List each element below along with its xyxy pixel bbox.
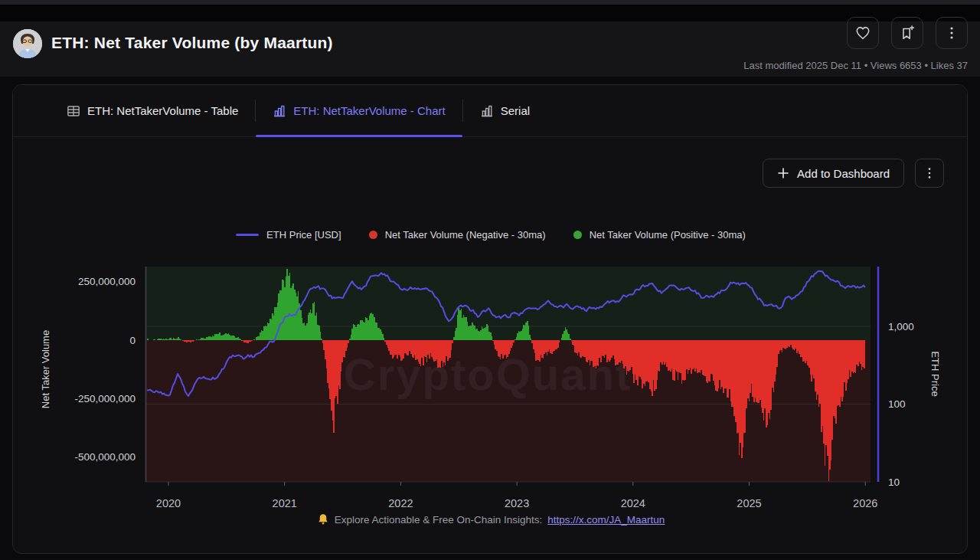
tab-table-label: ETH: NetTakerVolume - Table [87,104,238,117]
left-axis-tick: -250,000,000 [74,393,136,404]
x-axis-tick: 2023 [505,497,529,509]
chart-card: CryptoQuant250,000,0000-250,000,000-500,… [12,84,968,554]
left-axis-tick: 0 [129,335,136,346]
bookmark-button[interactable] [891,17,923,49]
heart-icon [854,25,871,41]
bell-icon [317,513,329,526]
legend-swatch [236,234,259,236]
bookmark-plus-icon [899,25,916,41]
more-options-button[interactable] [936,17,968,49]
cryptoquant-page: ETH: Net Taker Volume (by Maartun) Last … [0,0,980,560]
top-strip-dark [0,5,980,21]
chart-footnote: Explore Actionable & Free On-Chain Insig… [13,513,968,526]
legend-swatch [369,231,377,239]
meta-info: Last modified 2025 Dec 11 • Views 6653 •… [743,60,968,71]
footnote-text: Explore Actionable & Free On-Chain Insig… [335,514,543,526]
legend-label: Net Taker Volume (Negative - 30ma) [385,229,546,241]
like-button[interactable] [847,17,879,49]
right-axis-tick: 100 [888,398,906,410]
left-axis-title: Net Taker Volume [40,330,51,408]
tab-bar: ETH: NetTakerVolume - Table ETH: NetTake… [13,85,967,137]
right-axis-tick: 1,000 [888,321,914,332]
chart-legend: ETH Price [USD]Net Taker Volume (Negativ… [13,229,968,241]
legend-swatch [573,231,582,239]
tab-table[interactable]: ETH: NetTakerVolume - Table [50,85,255,136]
author-avatar[interactable] [13,29,42,58]
tab-serial-label: Serial [501,104,530,117]
header-actions [847,17,968,49]
plus-icon [777,167,789,179]
chart-canvas[interactable]: CryptoQuant250,000,0000-250,000,000-500,… [13,85,968,554]
table-icon [67,104,80,118]
footnote-link[interactable]: https://x.com/JA_Maartun [547,514,665,526]
bar-chart-icon [273,104,286,118]
avatar-illustration [13,29,42,58]
legend-item-2[interactable]: Net Taker Volume (Positive - 30ma) [573,229,746,241]
right-axis-title: ETH Price [929,351,941,396]
page-title: ETH: Net Taker Volume (by Maartun) [51,34,333,52]
tab-chart[interactable]: ETH: NetTakerVolume - Chart [256,85,462,136]
legend-label: ETH Price [USD] [266,229,341,241]
x-axis-tick: 2021 [273,497,297,509]
x-axis-tick: 2022 [388,497,413,509]
x-axis-tick: 2024 [621,497,645,509]
x-axis-tick: 2026 [853,497,877,509]
chart-toolbar: Add to Dashboard [763,159,944,188]
chart-options-button[interactable] [915,159,944,188]
tab-chart-label: ETH: NetTakerVolume - Chart [293,104,445,117]
kebab-menu-icon [943,25,960,41]
x-axis-tick: 2025 [737,497,761,509]
plot-bg-positive [146,267,871,340]
right-axis-tick: 10 [888,476,900,488]
legend-label: Net Taker Volume (Positive - 30ma) [590,229,746,241]
add-to-dashboard-button[interactable]: Add to Dashboard [763,159,904,188]
add-to-dashboard-label: Add to Dashboard [797,167,890,180]
page-header: ETH: Net Taker Volume (by Maartun) Last … [0,21,980,77]
legend-item-0[interactable]: ETH Price [USD] [236,229,341,241]
tab-serial[interactable]: Serial [463,85,547,136]
legend-item-1[interactable]: Net Taker Volume (Negative - 30ma) [369,229,546,241]
left-axis-tick: -500,000,000 [74,451,136,463]
kebab-menu-icon [922,165,937,181]
left-axis-tick: 250,000,000 [78,276,136,287]
bar-chart-icon [480,104,494,118]
x-axis-tick: 2020 [156,497,181,509]
